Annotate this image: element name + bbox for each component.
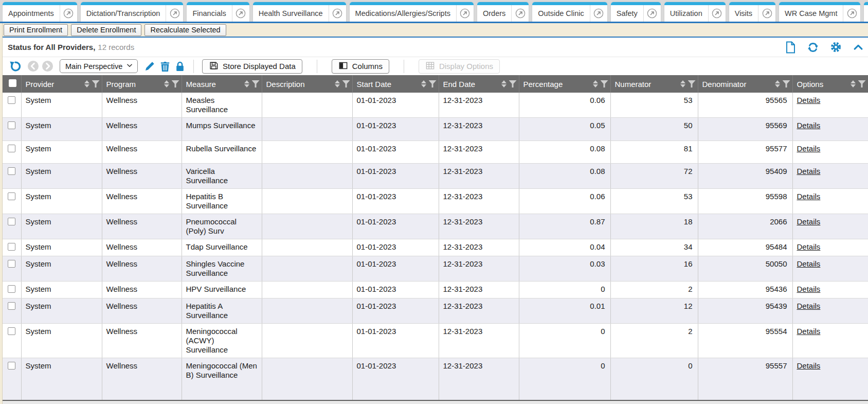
row-checkbox[interactable] xyxy=(8,218,15,225)
row-checkbox[interactable] xyxy=(8,243,15,251)
col-header-provider[interactable]: Provider xyxy=(21,75,102,93)
row-checkbox[interactable] xyxy=(8,302,15,310)
sort-icon[interactable] xyxy=(501,80,507,87)
tab-outside-clinic[interactable]: Outside Clinic xyxy=(532,2,607,22)
tab-dictation-transcription[interactable]: Dictation/Transcription xyxy=(80,2,184,22)
row-checkbox[interactable] xyxy=(8,167,15,175)
row-checkbox[interactable] xyxy=(8,192,15,200)
col-header-numerator[interactable]: Numerator xyxy=(610,75,698,93)
undo-icon[interactable] xyxy=(9,60,22,73)
cell-options: Details xyxy=(792,358,868,400)
lock-icon[interactable] xyxy=(175,61,185,72)
filter-funnel-icon[interactable] xyxy=(342,80,350,87)
sort-icon[interactable] xyxy=(335,80,340,87)
details-link[interactable]: Details xyxy=(797,327,821,336)
filter-funnel-icon[interactable] xyxy=(429,80,437,87)
delete-trash-icon[interactable] xyxy=(160,61,170,72)
details-link[interactable]: Details xyxy=(797,302,821,310)
row-checkbox[interactable] xyxy=(8,145,15,152)
filter-funnel-icon[interactable] xyxy=(172,80,179,87)
collapse-chevron-up-icon[interactable] xyxy=(853,42,864,53)
tab-wr-case-mgmt[interactable]: WR Case Mgmt xyxy=(779,2,861,22)
tab-medications-allergies-scripts[interactable]: Medications/Allergies/Scripts xyxy=(349,2,474,22)
details-link[interactable]: Details xyxy=(797,167,821,175)
row-checkbox[interactable] xyxy=(8,362,15,370)
filter-funnel-icon[interactable] xyxy=(252,80,260,87)
details-link[interactable]: Details xyxy=(797,242,821,251)
print-enrollment-button[interactable]: Print Enrollment xyxy=(4,24,68,36)
forward-icon[interactable] xyxy=(42,60,53,72)
display-options-button[interactable]: Display Options xyxy=(419,59,500,74)
columns-button[interactable]: Columns xyxy=(332,59,389,74)
new-document-icon[interactable] xyxy=(785,41,796,54)
sort-icon[interactable] xyxy=(244,80,249,87)
cell-provider: System xyxy=(21,141,102,164)
col-header-select[interactable] xyxy=(3,75,21,93)
open-in-new-icon[interactable] xyxy=(758,5,775,22)
open-in-new-icon[interactable] xyxy=(329,5,346,22)
col-header-end_date[interactable]: End Date xyxy=(439,75,519,93)
row-checkbox[interactable] xyxy=(8,327,15,335)
sort-icon[interactable] xyxy=(775,80,780,87)
open-in-new-icon[interactable] xyxy=(60,5,77,22)
tab-safety[interactable]: Safety xyxy=(610,2,661,22)
refresh-icon[interactable] xyxy=(807,42,819,53)
tab-visits[interactable]: Visits xyxy=(729,2,776,22)
store-displayed-data-button[interactable]: Store Displayed Data xyxy=(202,59,302,74)
open-in-new-icon[interactable] xyxy=(456,5,474,22)
filter-funnel-icon[interactable] xyxy=(601,80,608,87)
open-in-new-icon[interactable] xyxy=(843,5,860,22)
col-header-program[interactable]: Program xyxy=(102,75,182,93)
filter-funnel-icon[interactable] xyxy=(783,80,790,87)
details-link[interactable]: Details xyxy=(797,361,821,370)
tab-utilization[interactable]: Utilization xyxy=(664,2,726,22)
col-header-denominator[interactable]: Denominator xyxy=(698,75,792,93)
details-link[interactable]: Details xyxy=(797,217,821,226)
sort-icon[interactable] xyxy=(680,80,685,87)
filter-funnel-icon[interactable] xyxy=(92,80,100,87)
details-link[interactable]: Details xyxy=(797,192,821,201)
cell-provider: System xyxy=(21,93,102,118)
open-in-new-icon[interactable] xyxy=(590,5,607,22)
tab-financials[interactable]: Financials xyxy=(186,2,249,22)
col-header-description[interactable]: Description xyxy=(262,75,352,93)
filter-funnel-icon[interactable] xyxy=(509,80,517,87)
sort-icon[interactable] xyxy=(593,80,598,87)
delete-enrollment-button[interactable]: Delete Enrollment xyxy=(71,24,141,36)
row-checkbox[interactable] xyxy=(8,285,15,293)
tab-industrial-hygiene[interactable]: Industrial Hygiene xyxy=(863,2,868,22)
sort-icon[interactable] xyxy=(84,80,89,87)
tab-appointments[interactable]: Appointments xyxy=(2,2,78,22)
details-link[interactable]: Details xyxy=(797,285,821,293)
filter-funnel-icon[interactable] xyxy=(688,80,696,87)
edit-pencil-icon[interactable] xyxy=(144,61,155,72)
row-checkbox[interactable] xyxy=(8,121,15,129)
perspective-select[interactable]: Main Perspective xyxy=(60,59,138,73)
filter-funnel-icon[interactable] xyxy=(858,80,866,87)
details-link[interactable]: Details xyxy=(797,121,821,130)
details-link[interactable]: Details xyxy=(797,144,821,153)
settings-gear-icon[interactable] xyxy=(830,41,842,53)
recalculate-selected-button[interactable]: Recalculate Selected xyxy=(144,24,226,36)
sort-icon[interactable] xyxy=(164,80,169,87)
open-in-new-icon[interactable] xyxy=(708,5,726,22)
select-all-checkbox[interactable] xyxy=(9,79,16,87)
sort-icon[interactable] xyxy=(421,80,426,87)
details-link[interactable]: Details xyxy=(797,96,821,104)
back-icon[interactable] xyxy=(27,60,39,72)
col-header-percentage[interactable]: Percentage xyxy=(519,75,610,93)
row-checkbox[interactable] xyxy=(8,260,15,268)
open-in-new-icon[interactable] xyxy=(643,5,661,22)
open-in-new-icon[interactable] xyxy=(232,5,249,22)
tab-health-surveillance[interactable]: Health Surveillance xyxy=(252,2,347,22)
col-header-options[interactable]: Options xyxy=(792,75,868,93)
open-in-new-icon[interactable] xyxy=(166,5,183,22)
col-header-start_date[interactable]: Start Date xyxy=(352,75,439,93)
row-checkbox[interactable] xyxy=(8,96,15,104)
tab-orders[interactable]: Orders xyxy=(477,2,529,22)
row-select-cell xyxy=(3,256,21,282)
details-link[interactable]: Details xyxy=(797,259,821,268)
open-in-new-icon[interactable] xyxy=(511,5,529,22)
col-header-measure[interactable]: Measure xyxy=(182,75,262,93)
sort-icon[interactable] xyxy=(851,80,856,87)
